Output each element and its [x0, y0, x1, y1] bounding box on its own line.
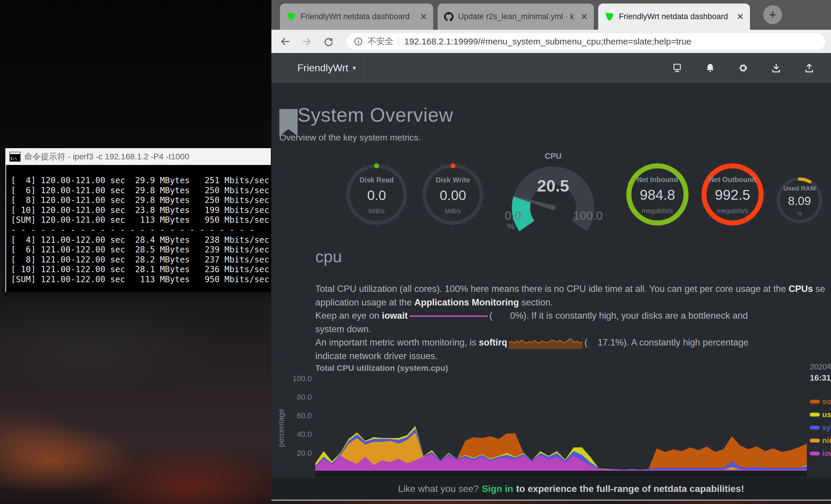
bell-icon	[704, 62, 716, 74]
github-icon	[444, 12, 454, 22]
legend-item-nice[interactable]: nice	[810, 436, 831, 445]
y-tick: 80.0	[279, 393, 312, 402]
cpus-link[interactable]: CPUs	[789, 284, 813, 294]
iowait-sparkline	[410, 316, 488, 317]
legend-item-system[interactable]: sys	[810, 423, 831, 432]
address-bar[interactable]: 不安全 192.168.2.1:19999/#menu_system_subme…	[347, 33, 825, 50]
swatch-softirq	[810, 400, 820, 404]
new-tab-button[interactable]: +	[763, 5, 782, 24]
security-label: 不安全	[368, 36, 393, 48]
browser-toolbar: 不安全 192.168.2.1:19999/#menu_system_subme…	[271, 30, 831, 53]
tab-friendlywrt-2-active[interactable]: FriendlyWrt netdata dashboard ✕	[598, 3, 750, 30]
cmd-prompt-icon: C:\	[9, 152, 21, 162]
terminal-title: 命令提示符 - iperf3 -c 192.168.1.2 -P4 -t1000	[24, 151, 189, 162]
netdata-shield-icon	[286, 12, 296, 22]
back-arrow-icon	[279, 35, 292, 48]
legend-item-softirq[interactable]: soft	[810, 397, 831, 406]
tab-github[interactable]: Update r2s_lean_minimal.yml · k ✕	[438, 3, 594, 30]
swatch-user	[810, 413, 820, 416]
stacked-area-chart	[315, 374, 807, 471]
applications-monitoring-link[interactable]: Applications Monitoring	[414, 297, 519, 307]
y-axis-label: percentage	[277, 407, 286, 449]
export-settings-button[interactable]	[793, 53, 826, 83]
y-tick: 20.0	[279, 449, 312, 458]
info-icon[interactable]	[353, 36, 364, 47]
terminal-body[interactable]: [ 4] 120.00-121.00 sec 29.9 MBytes 251 M…	[5, 165, 271, 292]
download-icon	[770, 62, 782, 74]
y-tick: 100.0	[279, 374, 312, 383]
bookmark-icon	[279, 109, 297, 136]
legend-item-iowait[interactable]: iow	[810, 449, 831, 458]
import-settings-button[interactable]	[760, 53, 793, 83]
gauge-cpu[interactable]: CPU 20.5 0.0 100.0 %	[503, 150, 603, 234]
gauge-disk-read[interactable]: Disk Read 0.0 MiB/s	[341, 159, 412, 230]
tab-title: FriendlyWrt netdata dashboard	[619, 12, 734, 21]
chevron-down-icon: ▾	[352, 64, 356, 72]
cpu-section-heading: cpu	[315, 247, 342, 266]
sign-in-link[interactable]: Sign in	[482, 483, 513, 494]
print-dashboard-button[interactable]	[660, 53, 693, 83]
alarms-button[interactable]	[693, 53, 726, 83]
browser-window: FriendlyWrt netdata dashboard ✕ Update r…	[271, 0, 831, 501]
forward-button[interactable]	[298, 33, 315, 50]
gear-icon	[737, 62, 749, 74]
tab-strip: FriendlyWrt netdata dashboard ✕ Update r…	[271, 0, 831, 30]
tab-title: FriendlyWrt netdata dashboard	[300, 12, 418, 21]
chart-legend: 2020年3 16:31:2 soft use sys nice iow	[810, 362, 831, 458]
tab-friendlywrt-1[interactable]: FriendlyWrt netdata dashboard ✕	[280, 3, 433, 30]
signin-banner: Like what you see? Sign in to experience…	[271, 478, 831, 500]
forward-arrow-icon	[300, 35, 313, 48]
gauge-disk-write[interactable]: Disk Write 0.00 MiB/s	[418, 159, 488, 230]
reload-icon	[322, 35, 335, 48]
host-dropdown[interactable]: FriendlyWrt ▾	[289, 53, 364, 83]
omnibox-separator	[399, 37, 399, 46]
swatch-nice	[810, 439, 820, 442]
cpu-utilization-chart[interactable]	[315, 374, 807, 471]
reload-button[interactable]	[320, 33, 337, 50]
swatch-iowait	[810, 451, 820, 455]
cpu-description: Total CPU utilization (all cores). 100% …	[315, 282, 831, 363]
terminal-titlebar[interactable]: C:\ 命令提示符 - iperf3 -c 192.168.1.2 -P4 -t…	[5, 148, 271, 165]
gauge-net-inbound[interactable]: Net Inbound 984.8 megabits/s	[621, 157, 694, 231]
netdata-navbar: FriendlyWrt ▾	[271, 53, 831, 83]
tab-close-icon[interactable]: ✕	[580, 11, 588, 22]
tab-close-icon[interactable]: ✕	[737, 11, 744, 22]
terminal-window[interactable]: C:\ 命令提示符 - iperf3 -c 192.168.1.2 -P4 -t…	[5, 148, 271, 292]
tab-close-icon[interactable]: ✕	[420, 11, 427, 22]
netdata-shield-icon	[605, 12, 614, 22]
url-text[interactable]: 192.168.2.1:19999/#menu_system_submenu_c…	[404, 36, 691, 47]
monitor-icon	[671, 62, 683, 74]
upload-icon	[803, 62, 815, 74]
tab-title: Update r2s_lean_minimal.yml · k	[458, 12, 578, 21]
legend-time: 16:31:2	[810, 373, 831, 383]
legend-item-user[interactable]: use	[810, 410, 831, 419]
page-subtitle: Overview of the key system metrics.	[279, 132, 421, 143]
gauge-net-outbound[interactable]: Net Outbound 992.5 megabits/s	[696, 157, 769, 231]
gauge-used-ram[interactable]: Used RAM 8.09 %	[770, 171, 829, 230]
page-title: System Overview	[297, 104, 453, 126]
softirq-sparkline	[509, 337, 582, 349]
chart-title: Total CPU utilization (system.cpu)	[315, 363, 448, 373]
legend-date: 2020年3	[810, 362, 831, 372]
swatch-system	[810, 426, 820, 429]
settings-button[interactable]	[726, 53, 760, 83]
back-button[interactable]	[277, 33, 293, 50]
x-axis-strip	[315, 471, 807, 477]
terminal-output: [ 4] 120.00-121.00 sec 29.9 MBytes 251 M…	[6, 165, 271, 285]
